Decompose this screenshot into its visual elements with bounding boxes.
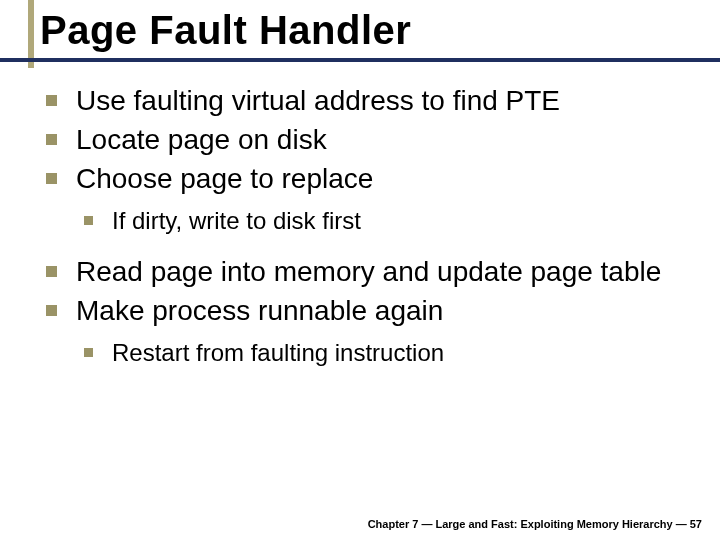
- list-item-label: Choose page to replace: [76, 163, 373, 194]
- square-bullet-icon: [84, 216, 93, 225]
- list-item: Make process runnable again: [40, 293, 680, 328]
- list-item: Use faulting virtual address to find PTE: [40, 83, 680, 118]
- list-subitem-label: If dirty, write to disk first: [112, 207, 361, 234]
- list-subitem-label: Restart from faulting instruction: [112, 339, 444, 366]
- content-area: Use faulting virtual address to find PTE…: [0, 53, 720, 368]
- square-bullet-icon: [46, 134, 57, 145]
- title-underline: [0, 58, 720, 62]
- square-bullet-icon: [46, 173, 57, 184]
- square-bullet-icon: [46, 266, 57, 277]
- list-item: Locate page on disk: [40, 122, 680, 157]
- list-item-label: Make process runnable again: [76, 295, 443, 326]
- title-area: Page Fault Handler: [0, 0, 720, 53]
- square-bullet-icon: [84, 348, 93, 357]
- list-subitem: Restart from faulting instruction: [40, 338, 680, 368]
- page-title: Page Fault Handler: [40, 8, 720, 53]
- list-subitem: If dirty, write to disk first: [40, 206, 680, 236]
- list-item-label: Read page into memory and update page ta…: [76, 256, 661, 287]
- square-bullet-icon: [46, 305, 57, 316]
- footer-text: Chapter 7 — Large and Fast: Exploiting M…: [368, 518, 702, 530]
- list-item: Read page into memory and update page ta…: [40, 254, 680, 289]
- slide: Page Fault Handler Use faulting virtual …: [0, 0, 720, 540]
- square-bullet-icon: [46, 95, 57, 106]
- list-item: Choose page to replace: [40, 161, 680, 196]
- list-item-label: Use faulting virtual address to find PTE: [76, 85, 560, 116]
- list-item-label: Locate page on disk: [76, 124, 327, 155]
